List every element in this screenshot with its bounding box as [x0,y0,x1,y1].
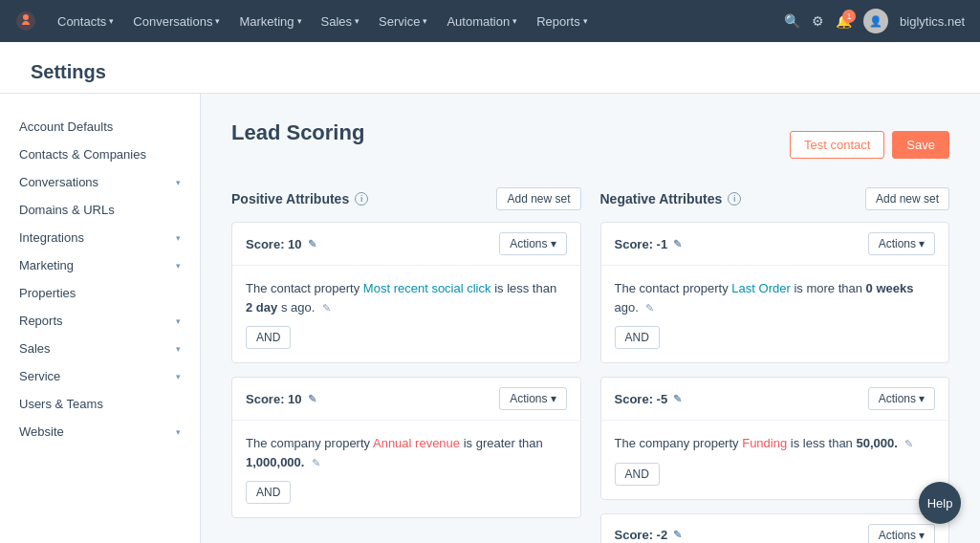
negative-score-card-1: Score: -1 ✎ Actions ▾ The contact proper… [600,222,950,363]
positive-score-1-actions-button[interactable]: Actions ▾ [499,232,566,255]
negative-score-3-actions-button[interactable]: Actions ▾ [868,524,935,544]
save-button[interactable]: Save [892,131,949,159]
sidebar-item-contacts-companies[interactable]: Contacts & Companies [0,141,200,168]
top-nav: Contacts▾ Conversations▾ Marketing▾ Sale… [0,0,980,42]
chevron-icon: ▾ [176,344,181,354]
sidebar-item-website[interactable]: Website ▾ [0,418,200,445]
negative-info-icon: i [728,192,741,206]
negative-score-2-edit-icon[interactable]: ✎ [673,393,682,405]
nav-sales[interactable]: Sales▾ [312,0,370,42]
positive-score-1-edit-icon[interactable]: ✎ [308,238,316,250]
sidebar-item-service[interactable]: Service ▾ [0,362,200,390]
sidebar-item-users-teams[interactable]: Users & Teams [0,390,200,418]
test-contact-button[interactable]: Test contact [790,131,884,159]
sidebar-item-integrations[interactable]: Integrations ▾ [0,224,200,251]
negative-rule-1-text: The contact property Last Order is more … [615,279,936,316]
chevron-down-icon: ▾ [919,392,925,405]
positive-rule-2-link[interactable]: Annual revenue [373,436,460,450]
attributes-columns: Positive Attributes i Add new set Score:… [231,187,949,543]
negative-rule-1-edit-icon[interactable]: ✎ [645,302,654,314]
negative-score-card-2: Score: -5 ✎ Actions ▾ The company proper… [600,377,950,500]
positive-score-2-edit-icon[interactable]: ✎ [308,393,316,405]
chevron-icon: ▾ [176,316,181,326]
negative-score-card-2-header: Score: -5 ✎ Actions ▾ [601,378,949,421]
positive-col-header: Positive Attributes i Add new set [231,187,581,210]
chevron-icon: ▾ [176,372,181,381]
sidebar-item-account-defaults[interactable]: Account Defaults [0,113,200,141]
nav-automation[interactable]: Automation▾ [437,0,527,42]
positive-rule-1-edit-icon[interactable]: ✎ [322,302,331,314]
negative-col-header: Negative Attributes i Add new set [600,187,950,210]
positive-attributes-col: Positive Attributes i Add new set Score:… [231,187,581,543]
chevron-icon: ▾ [176,233,181,243]
nav-reports[interactable]: Reports▾ [527,0,598,42]
chevron-down-icon: ▾ [919,529,925,542]
negative-score-2-actions-button[interactable]: Actions ▾ [868,387,935,410]
positive-score-card-1-body: The contact property Most recent social … [232,266,580,362]
chevron-icon: ▾ [176,261,181,271]
positive-col-title: Positive Attributes i [231,191,368,206]
positive-rule-1-link[interactable]: Most recent social click [363,281,491,295]
sidebar-item-marketing[interactable]: Marketing ▾ [0,251,200,279]
page-header: Lead Scoring Test contact Save [231,120,949,168]
negative-rule-2-text: The company property Funding is less tha… [615,434,936,453]
nav-service[interactable]: Service▾ [369,0,437,42]
nav-domain[interactable]: biglytics.net [900,14,965,29]
nav-logo[interactable] [15,11,36,32]
negative-score-card-1-body: The contact property Last Order is more … [601,266,949,362]
positive-and-button-2[interactable]: AND [246,481,291,504]
notifications-icon[interactable]: 🔔 1 [836,13,852,29]
negative-and-button-1[interactable]: AND [615,326,660,349]
negative-add-new-set-button[interactable]: Add new set [865,187,949,210]
help-button[interactable]: Help [919,482,961,524]
nav-items: Contacts▾ Conversations▾ Marketing▾ Sale… [48,0,784,42]
negative-col-title: Negative Attributes i [600,191,742,206]
settings-title-area: Settings [0,42,980,94]
svg-point-1 [23,14,29,20]
avatar[interactable]: 👤 [863,9,888,33]
negative-score-1-label: Score: -1 ✎ [615,237,683,251]
negative-score-2-label: Score: -5 ✎ [615,392,683,406]
nav-contacts[interactable]: Contacts▾ [48,0,123,42]
negative-score-card-3: Score: -2 ✎ Actions ▾ [600,513,950,544]
positive-score-card-1: Score: 10 ✎ Actions ▾ The contact proper… [231,222,581,363]
positive-rule-2-text: The company property Annual revenue is g… [246,434,567,471]
positive-score-1-label: Score: 10 ✎ [246,237,316,251]
sidebar-item-properties[interactable]: Properties [0,279,200,307]
negative-score-1-edit-icon[interactable]: ✎ [673,238,682,250]
sidebar-item-sales[interactable]: Sales ▾ [0,335,200,362]
positive-add-new-set-button[interactable]: Add new set [496,187,580,210]
positive-and-button-1[interactable]: AND [246,326,291,349]
positive-rule-2-edit-icon[interactable]: ✎ [312,457,320,468]
negative-rule-1-link[interactable]: Last Order [731,281,790,295]
negative-score-3-label: Score: -2 ✎ [615,528,683,542]
positive-score-card-2-body: The company property Annual revenue is g… [232,421,580,517]
sidebar-item-domains-urls[interactable]: Domains & URLs [0,196,200,224]
negative-score-card-2-body: The company property Funding is less tha… [601,421,949,499]
negative-score-1-actions-button[interactable]: Actions ▾ [868,232,935,255]
positive-score-2-label: Score: 10 ✎ [246,392,316,406]
negative-and-button-2[interactable]: AND [615,463,660,486]
negative-rule-2-edit-icon[interactable]: ✎ [904,438,913,449]
negative-attributes-col: Negative Attributes i Add new set Score:… [600,187,950,543]
negative-rule-2-link[interactable]: Funding [742,436,787,450]
chevron-icon: ▾ [176,427,181,437]
settings-title: Settings [31,61,949,83]
positive-score-card-2-header: Score: 10 ✎ Actions ▾ [232,378,580,421]
nav-right: 🔍 ⚙ 🔔 1 👤 biglytics.net [784,9,965,33]
chevron-down-icon: ▾ [551,392,556,405]
chevron-down-icon: ▾ [551,237,556,250]
negative-score-3-edit-icon[interactable]: ✎ [673,529,682,541]
positive-score-2-actions-button[interactable]: Actions ▾ [499,387,566,410]
settings-icon[interactable]: ⚙ [812,13,824,29]
search-icon[interactable]: 🔍 [784,13,800,29]
main-layout: Account Defaults Contacts & Companies Co… [0,94,980,543]
content-area: Lead Scoring Test contact Save Positive … [201,94,980,543]
page-title: Lead Scoring [231,120,364,145]
negative-score-card-1-header: Score: -1 ✎ Actions ▾ [601,223,949,266]
sidebar-item-conversations[interactable]: Conversations ▾ [0,168,200,196]
nav-conversations[interactable]: Conversations▾ [123,0,229,42]
nav-marketing[interactable]: Marketing▾ [229,0,311,42]
sidebar-item-reports[interactable]: Reports ▾ [0,307,200,335]
positive-score-card-1-header: Score: 10 ✎ Actions ▾ [232,223,580,266]
